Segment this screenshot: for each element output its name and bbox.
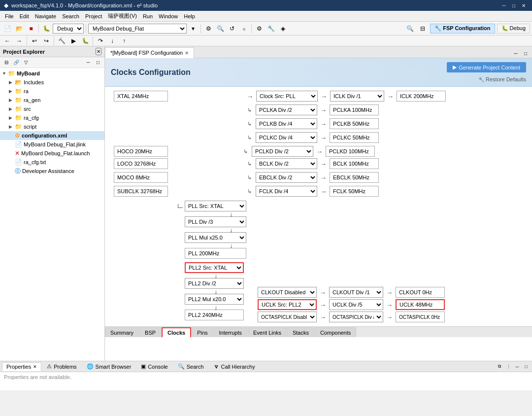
- tree-item-myboard[interactable]: ▼ 📁 MyBoard: [0, 69, 104, 78]
- octaspi-div-dropdown[interactable]: OCTASPICLK Div /1: [329, 312, 383, 322]
- tree-item-script[interactable]: ▶ 📁 script: [0, 122, 104, 131]
- bp-dots[interactable]: ⋮: [504, 363, 512, 371]
- step-over-btn[interactable]: ↷: [95, 35, 106, 46]
- tree-item-jlink[interactable]: 📄 MyBoard Debug_Flat.jlink: [0, 140, 104, 149]
- debug2-button[interactable]: 🐛: [80, 35, 91, 46]
- bp-tab-call-hierarchy[interactable]: ⛛ Call Hierarchy: [209, 362, 260, 371]
- menu-run[interactable]: Run: [140, 12, 156, 20]
- tab-bsp[interactable]: BSP: [139, 327, 161, 337]
- bp-maximize[interactable]: □: [522, 363, 530, 371]
- tree-item-dev-assist[interactable]: ⓪ Developer Assistance: [0, 167, 104, 175]
- pclka-div-dropdown[interactable]: PCLKA Div /2: [256, 104, 317, 115]
- tab-components[interactable]: Components: [315, 327, 356, 337]
- tab-stacks[interactable]: Stacks: [287, 327, 314, 337]
- tree-item-includes[interactable]: ▶ 📂 Includes: [0, 78, 104, 87]
- redo-button[interactable]: ↪: [41, 35, 52, 46]
- link-with-editor-button[interactable]: 🔗: [12, 58, 21, 67]
- minimize-panel-button[interactable]: ─: [84, 58, 93, 67]
- menu-renesas[interactable]: 瑞萨视图(V): [105, 11, 140, 21]
- collapse-all-button[interactable]: ⊟: [2, 58, 11, 67]
- close-button[interactable]: ✕: [519, 1, 528, 9]
- menu-edit[interactable]: Edit: [17, 12, 32, 20]
- tb-btn-2[interactable]: 🔍: [215, 23, 226, 34]
- tree-item-ra-cfg-txt[interactable]: 📄 ra_cfg.txt: [0, 158, 104, 167]
- back-button[interactable]: ←: [2, 35, 13, 46]
- maximize-button[interactable]: □: [509, 1, 518, 9]
- maximize-panel-button[interactable]: □: [94, 58, 102, 67]
- bp-tab-smart-browser[interactable]: 🌐 Smart Browser: [82, 362, 136, 371]
- tab-summary[interactable]: Summary: [105, 327, 139, 337]
- tab-interrupts[interactable]: Interrupts: [214, 327, 247, 337]
- fsp-config-tab[interactable]: *[MyBoard] FSP Configuration ✕: [105, 47, 194, 58]
- bp-tab-search[interactable]: 🔍 Search: [173, 362, 208, 371]
- new-button[interactable]: 📄: [2, 23, 13, 34]
- fsp-tab-close[interactable]: ✕: [185, 50, 189, 56]
- undo-button[interactable]: ↩: [29, 35, 40, 46]
- panel-close-button[interactable]: ✕: [96, 48, 101, 55]
- tab-bar-minimize[interactable]: ─: [511, 49, 520, 58]
- bp-tab-properties[interactable]: Properties ✕: [2, 362, 41, 371]
- generate-project-button[interactable]: ▶ Generate Project Content: [447, 62, 526, 72]
- tb-btn-1[interactable]: ⚙: [203, 23, 214, 34]
- tree-item-launch[interactable]: ✕ MyBoard Debug_Flat.launch: [0, 149, 104, 158]
- tab-event-links[interactable]: Event Links: [248, 327, 287, 337]
- iclk-div-dropdown[interactable]: ICLK Div /1: [330, 91, 384, 102]
- pll2-mul-dropdown[interactable]: PLL2 Mul x20.0: [185, 294, 244, 305]
- search-tb-btn[interactable]: 🔍: [404, 23, 415, 34]
- tree-item-ra[interactable]: ▶ 📁 ra: [0, 87, 104, 96]
- tree-item-ra-gen[interactable]: ▶ 📁 ra_gen: [0, 96, 104, 104]
- dropdown-arrow[interactable]: ▾: [188, 23, 199, 34]
- pll-mul-dropdown[interactable]: PLL Mul x25.0: [185, 232, 246, 243]
- tb-extra-1[interactable]: ⊟: [417, 23, 428, 34]
- config-dropdown[interactable]: MyBoard Debug_Flat: [88, 24, 187, 34]
- tree-item-src[interactable]: ▶ 📁 src: [0, 104, 104, 113]
- forward-button[interactable]: →: [14, 35, 25, 46]
- stop-button[interactable]: ■: [26, 23, 36, 34]
- debug-dropdown[interactable]: Debug: [53, 24, 84, 34]
- tb-btn-6[interactable]: 🔧: [266, 23, 276, 34]
- tree-item-config-xml[interactable]: ⚙ configuration.xml: [0, 131, 104, 140]
- pclkc-div-dropdown[interactable]: PCLKC Div /4: [256, 132, 317, 143]
- clkout-div-dropdown[interactable]: CLKOUT Div /1: [329, 287, 383, 298]
- step-into-btn[interactable]: ↓: [107, 35, 118, 46]
- filter-button[interactable]: ▽: [22, 58, 31, 67]
- project-tree[interactable]: ▼ 📁 MyBoard ▶ 📂 Includes ▶ 📁 ra ▶ 📁 ra_g…: [0, 68, 104, 361]
- tb-btn-5[interactable]: ⚙: [254, 23, 265, 34]
- bp-tab-problems[interactable]: ⚠ Problems: [42, 362, 81, 371]
- uclk-src-dropdown[interactable]: UCLK Src: PLL2: [258, 299, 317, 310]
- fsp-config-button[interactable]: 🔧 FSP Configuration: [430, 24, 495, 34]
- menu-project[interactable]: Project: [82, 12, 105, 20]
- pll-div-dropdown[interactable]: PLL Div /3: [185, 216, 246, 227]
- pclkb-div-dropdown[interactable]: PCLKB Div /4: [256, 118, 317, 129]
- clock-src-dropdown[interactable]: Clock Src: PLL: [256, 91, 318, 102]
- tree-item-ra-cfg[interactable]: ▶ 📁 ra_cfg: [0, 113, 104, 122]
- ebclk-div-dropdown[interactable]: EBCLK Div /2: [256, 172, 317, 183]
- tb-btn-7[interactable]: ◈: [277, 23, 288, 34]
- clkout-disabled-dropdown[interactable]: CLKOUT Disabled: [258, 287, 317, 298]
- debug-mode-button[interactable]: 🐛 Debug: [497, 24, 530, 34]
- bp-minimize[interactable]: ─: [513, 363, 521, 371]
- bclk-div-dropdown[interactable]: BCLK Div /2: [256, 158, 317, 169]
- fclk-div-dropdown[interactable]: FCLK Div /4: [256, 186, 317, 197]
- menu-file[interactable]: File: [2, 12, 17, 20]
- debug-icon[interactable]: 🐛: [41, 23, 52, 34]
- minimize-button[interactable]: ─: [499, 1, 508, 9]
- build-button[interactable]: 🔨: [56, 35, 67, 46]
- tab-bar-maximize[interactable]: □: [521, 49, 530, 58]
- menu-window[interactable]: Window: [156, 12, 181, 20]
- menu-navigate[interactable]: Navigate: [32, 12, 59, 20]
- pclkd-div-dropdown[interactable]: PCLKD Div /2: [252, 146, 313, 157]
- bp-tab-console[interactable]: ▣ Console: [136, 362, 172, 371]
- restore-defaults-link[interactable]: 🔧 Restore Defaults: [478, 76, 526, 82]
- open-button[interactable]: 📂: [14, 23, 25, 34]
- tb-btn-4[interactable]: ⬦: [238, 23, 249, 34]
- step-out-btn[interactable]: ↑: [119, 35, 130, 46]
- octaspi-dis-dropdown[interactable]: OCTASPICLK Disabl...: [258, 312, 317, 322]
- fsp-content-area[interactable]: Clocks Configuration ▶ Generate Project …: [105, 58, 532, 361]
- pll2-src-dropdown[interactable]: PLL2 Src: XTAL: [185, 262, 244, 273]
- uclk-div-dropdown[interactable]: UCLK Div /5: [329, 299, 383, 310]
- properties-close[interactable]: ✕: [33, 364, 37, 369]
- tb-btn-3[interactable]: ↺: [227, 23, 237, 34]
- bp-new-window[interactable]: ⧉: [496, 363, 503, 371]
- menu-help[interactable]: Help: [181, 12, 198, 20]
